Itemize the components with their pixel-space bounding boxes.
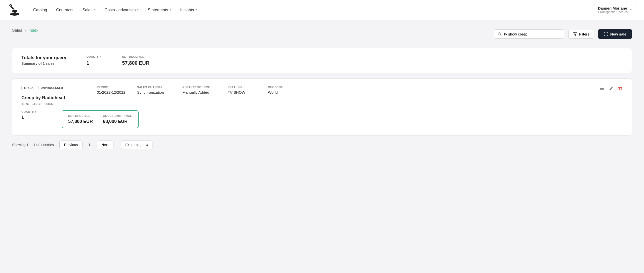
- retailer-value: TV SHOW: [228, 90, 262, 94]
- svg-line-6: [500, 35, 501, 36]
- sales-channel-label: SALES CHANNEL: [137, 86, 176, 89]
- result-gross-price-value: 68,000 EUR: [103, 119, 132, 124]
- breadcrumb-row: Sales › Index Filters: [12, 28, 632, 40]
- per-page-chevron-icon: ⇕: [146, 143, 149, 147]
- svg-rect-16: [621, 88, 621, 90]
- sales-chevron-icon: ▾: [94, 8, 96, 12]
- period-label: PERIOD: [97, 86, 131, 89]
- costs-chevron-icon: ▾: [137, 8, 139, 12]
- pagination-page-number: 1: [86, 141, 93, 149]
- tags-row: TRACK UNPROCESSED: [21, 86, 87, 93]
- result-meta-grid: PERIOD 01/2022-12/2022 SALES CHANNEL Syn…: [97, 86, 623, 94]
- logo-icon: [8, 4, 21, 17]
- totals-card: Totals for your query Summary of 1 sales…: [12, 48, 632, 73]
- user-chevron-icon: ▾: [630, 8, 632, 12]
- sales-channel-value: Synchronization: [137, 90, 176, 94]
- search-icon: [498, 32, 502, 36]
- svg-rect-15: [620, 88, 620, 90]
- svg-rect-12: [600, 88, 604, 89]
- svg-marker-7: [574, 32, 577, 36]
- geozone-value: World: [268, 90, 297, 94]
- period-value: 01/2022-12/2022: [97, 90, 131, 94]
- highlighted-financials: NET RECEIVED 57,800 EUR GROSS UNIT PRICE…: [62, 110, 139, 128]
- search-filter-row: Filters New sale: [494, 29, 632, 39]
- totals-subtitle: Summary of 1 sales: [21, 61, 66, 65]
- nav-catalog[interactable]: Catalog: [33, 8, 47, 12]
- user-name: Damien Morjane: [598, 6, 628, 10]
- per-page-select[interactable]: 10 per page ⇕: [121, 141, 152, 149]
- insights-chevron-icon: ▾: [195, 8, 197, 12]
- pagination-text: Showing 1 to 1 of 1 entries: [12, 143, 54, 147]
- list-icon[interactable]: [599, 86, 605, 92]
- search-box[interactable]: [494, 29, 564, 39]
- nav-sales[interactable]: Sales ▾: [83, 8, 96, 12]
- tag-track: TRACK: [21, 86, 36, 90]
- totals-quantity: QUANTITY 1: [87, 55, 102, 66]
- filter-icon: [573, 32, 577, 36]
- royalty-source-value: Manually Added: [182, 90, 222, 94]
- svg-rect-11: [600, 87, 604, 87]
- isrc-row: ISRC GBAYE9200070: [21, 102, 87, 106]
- edit-icon[interactable]: [609, 86, 614, 92]
- result-net-received-value: 57,800 EUR: [68, 119, 93, 124]
- totals-title: Totals for your query: [21, 55, 66, 60]
- net-received-label: NET RECEIVED: [122, 55, 149, 58]
- result-quantity: QUANTITY 1: [21, 110, 62, 128]
- nav-contracts[interactable]: Contracts: [56, 8, 73, 12]
- plus-circle-icon: [604, 32, 608, 36]
- quantity-value: 1: [87, 60, 102, 66]
- meta-period: PERIOD 01/2022-12/2022: [97, 86, 137, 94]
- breadcrumb-parent: Sales: [12, 28, 22, 33]
- royalty-source-label: ROYALTY SOURCE: [182, 86, 222, 89]
- search-input[interactable]: [504, 32, 560, 36]
- statements-chevron-icon: ▾: [170, 8, 171, 12]
- result-actions: [599, 86, 623, 92]
- page-content: Sales › Index Filters: [0, 20, 644, 157]
- meta-geozone: GEOZONE World: [268, 86, 303, 94]
- breadcrumb-separator: ›: [25, 28, 26, 33]
- pagination-row: Showing 1 to 1 of 1 entries Previous 1 N…: [12, 141, 632, 149]
- delete-icon[interactable]: [618, 86, 623, 92]
- quantity-label: QUANTITY: [87, 55, 102, 58]
- navbar: Catalog Contracts Sales ▾ Costs - advanc…: [0, 0, 644, 20]
- result-card-top: TRACK UNPROCESSED Creep by Radiohead ISR…: [21, 86, 623, 106]
- totals-net-received: NET RECEIVED 57,800 EUR: [122, 55, 149, 66]
- retailer-label: RETAILER: [228, 86, 262, 89]
- breadcrumb-current: Index: [28, 28, 38, 33]
- geozone-label: GEOZONE: [268, 86, 297, 89]
- nav-links: Catalog Contracts Sales ▾ Costs - advanc…: [33, 8, 594, 12]
- meta-royalty-source: ROYALTY SOURCE Manually Added: [182, 86, 228, 94]
- result-quantity-label: QUANTITY: [21, 110, 62, 113]
- svg-rect-14: [619, 88, 620, 90]
- track-title: Creep by Radiohead: [21, 95, 87, 100]
- previous-button[interactable]: Previous: [59, 141, 83, 149]
- breadcrumb: Sales › Index: [12, 28, 38, 33]
- result-gross-unit-price: GROSS UNIT PRICE 68,000 EUR: [103, 114, 132, 124]
- result-left: TRACK UNPROCESSED Creep by Radiohead ISR…: [21, 86, 87, 106]
- result-quantity-value: 1: [21, 115, 62, 120]
- meta-sales-channel: SALES CHANNEL Synchronization: [137, 86, 182, 94]
- user-info: Damien Morjane Gramophone Records: [598, 6, 628, 14]
- result-gross-price-label: GROSS UNIT PRICE: [103, 114, 132, 117]
- nav-costs-advances[interactable]: Costs - advances ▾: [105, 8, 139, 12]
- net-received-value: 57,800 EUR: [122, 60, 149, 66]
- result-net-received: NET RECEIVED 57,800 EUR: [68, 114, 93, 124]
- new-sale-button[interactable]: New sale: [598, 29, 632, 39]
- next-button[interactable]: Next: [97, 141, 113, 149]
- svg-rect-13: [600, 89, 604, 90]
- filter-button[interactable]: Filters: [568, 30, 594, 39]
- result-card: TRACK UNPROCESSED Creep by Radiohead ISR…: [12, 78, 632, 135]
- logo: [8, 4, 21, 17]
- result-net-received-label: NET RECEIVED: [68, 114, 93, 117]
- nav-insights[interactable]: Insights ▾: [180, 8, 197, 12]
- svg-point-4: [10, 5, 11, 6]
- tag-unprocessed: UNPROCESSED: [38, 86, 65, 90]
- user-company: Gramophone Records: [598, 10, 628, 14]
- user-menu[interactable]: Damien Morjane Gramophone Records ▾: [594, 4, 636, 16]
- isrc-label: ISRC: [21, 102, 29, 106]
- meta-retailer: RETAILER TV SHOW: [228, 86, 268, 94]
- svg-point-2: [12, 10, 17, 12]
- nav-statements[interactable]: Statements ▾: [148, 8, 171, 12]
- result-card-bottom: QUANTITY 1 NET RECEIVED 57,800 EUR GROSS…: [21, 110, 623, 128]
- isrc-value: GBAYE9200070: [32, 102, 55, 106]
